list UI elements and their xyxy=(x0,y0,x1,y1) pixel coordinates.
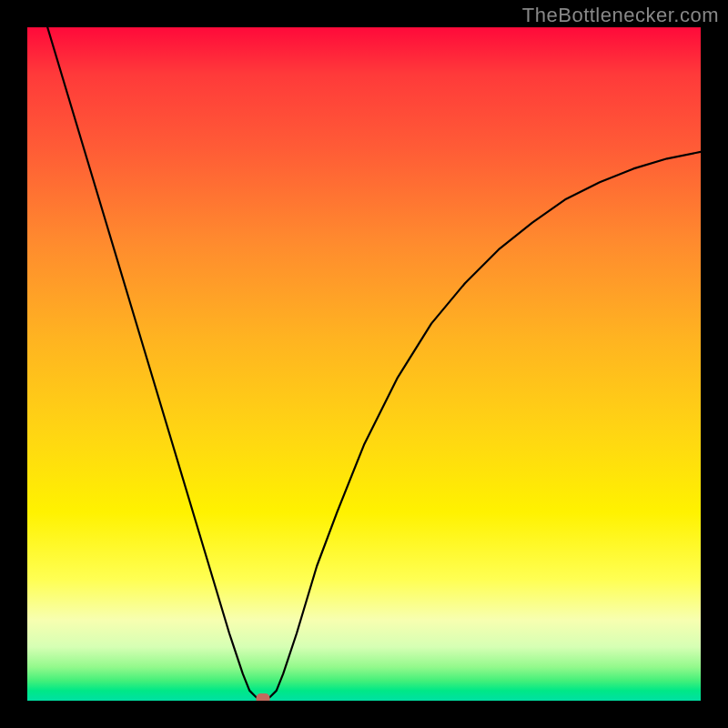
bottleneck-curve xyxy=(27,27,701,701)
chart-frame: TheBottlenecker.com xyxy=(0,0,728,728)
watermark-text: TheBottlenecker.com xyxy=(522,4,719,27)
plot-area xyxy=(27,27,701,701)
optimum-marker xyxy=(257,693,270,701)
